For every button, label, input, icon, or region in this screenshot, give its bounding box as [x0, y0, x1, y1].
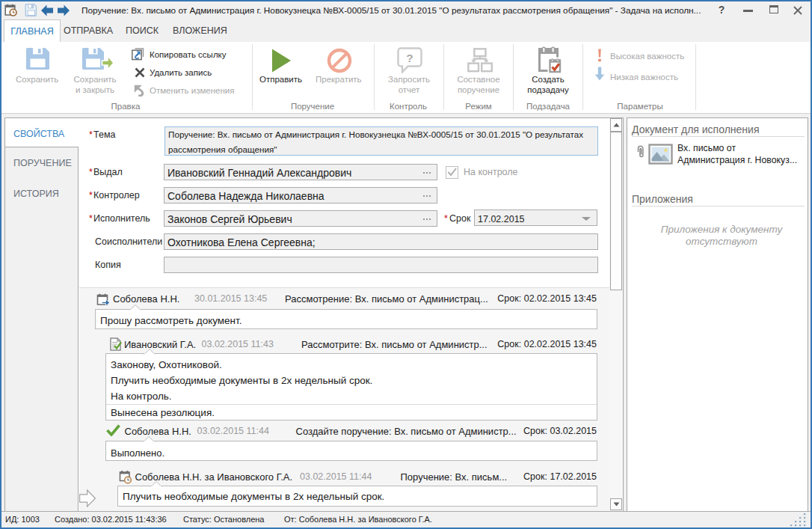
svg-text:?: ? [406, 52, 413, 64]
